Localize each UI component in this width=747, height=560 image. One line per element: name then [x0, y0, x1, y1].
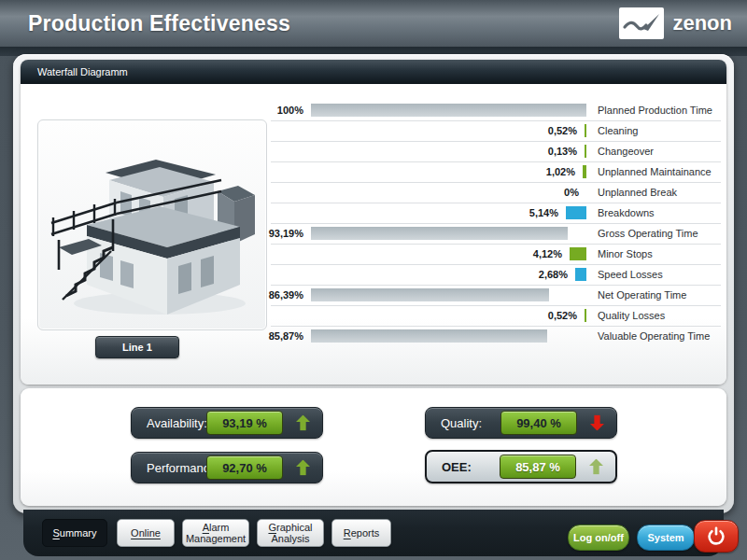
kpi-availability-trend-up-icon [296, 415, 310, 431]
tab-summary[interactable]: Summary [42, 519, 107, 547]
row-value: 0,52% [548, 310, 577, 321]
kpi-performance-trend-up-icon [296, 460, 310, 476]
zenon-logo-icon [619, 7, 664, 39]
tab-online-label: Online [131, 527, 161, 539]
chart-row: 0,13%Changeover [271, 141, 721, 161]
row-label: Net Operating Time [598, 289, 686, 301]
log-on-off-button[interactable]: Log on/off [568, 525, 629, 551]
machine-image-box [37, 119, 267, 330]
loss-bar [575, 268, 586, 281]
loss-bar [585, 309, 586, 322]
row-label: Cleaning [598, 125, 638, 136]
log-on-off-label: Log on/off [573, 532, 624, 543]
kpi-oee-label: OEE: [442, 452, 472, 482]
kpi-quality: Quality:99,40 % [425, 407, 617, 439]
chart-row: 4,12%Minor Stops [271, 244, 721, 264]
row-label: Quality Losses [598, 310, 665, 321]
loss-bar [570, 247, 586, 260]
row-label: Unplanned Break [598, 187, 677, 198]
kpi-panel: Availability:93,19 %Performance:92,70 %Q… [21, 388, 726, 506]
kpi-quality-trend-down-icon [590, 415, 604, 431]
chart-row: 1,02%Unplanned Maintainance [271, 161, 721, 182]
loss-bar [566, 206, 586, 219]
row-value: 2,68% [539, 269, 568, 280]
row-label: Minor Stops [598, 248, 653, 259]
row-value: 5,14% [529, 207, 558, 218]
line-1-button-label: Line 1 [122, 342, 152, 353]
power-button[interactable] [694, 520, 739, 553]
waterfall-rows: 100%Planned Production Time0,52%Cleaning… [271, 101, 721, 346]
content-frame: Waterfall Diagramm [13, 54, 734, 513]
waterfall-panel-title: Waterfall Diagramm [37, 66, 128, 77]
kpi-quality-label: Quality: [441, 408, 482, 438]
tab-graphical-analysis-label: GraphicalAnalysis [268, 522, 312, 544]
row-value: 93,19% [269, 228, 303, 239]
app-header: Production Effectiveness zenon [0, 0, 747, 47]
row-label: Valuable Operating Time [598, 330, 710, 342]
row-value: 86,39% [269, 289, 303, 301]
row-value: 1,02% [546, 166, 575, 177]
loss-bar [585, 124, 586, 137]
page-title: Production Effectiveness [28, 11, 290, 36]
row-label: Gross Operating Time [598, 228, 698, 239]
waterfall-panel: Waterfall Diagramm [21, 60, 726, 385]
kpi-availability-value: 93,19 % [206, 411, 283, 435]
kpi-oee-trend-up-icon [589, 459, 603, 475]
kpi-oee: OEE:85,87 % [425, 450, 617, 483]
time-bar [311, 227, 568, 240]
system-label: System [647, 532, 684, 543]
chart-row: 5,14%Breakdowns [271, 203, 721, 223]
kpi-availability-label: Availability: [147, 408, 207, 438]
tab-alarm-management-label: AlarmManagement [186, 522, 246, 544]
row-value: 85,87% [269, 330, 303, 342]
tab-online[interactable]: Online [117, 519, 175, 547]
line-1-button[interactable]: Line 1 [95, 336, 179, 358]
power-icon [705, 525, 727, 549]
footer-tab-band: Log on/off System SummaryOnlineAlarmMana… [23, 510, 724, 556]
chart-row: 100%Planned Production Time [271, 101, 721, 120]
brand-name: zenon [672, 11, 732, 35]
kpi-oee-value: 85,87 % [500, 455, 576, 479]
chart-row: 85,87%Valuable Operating Time [271, 326, 721, 346]
tab-summary-label: Summary [52, 527, 96, 539]
chart-row: 93,19%Gross Operating Time [271, 223, 721, 244]
chart-row: 0,52%Quality Losses [271, 305, 721, 326]
row-label: Planned Production Time [598, 105, 712, 116]
kpi-availability: Availability:93,19 % [131, 407, 323, 439]
time-bar [311, 329, 547, 343]
row-value: 0,52% [548, 125, 577, 136]
kpi-quality-value: 99,40 % [500, 411, 577, 435]
loss-bar [585, 145, 586, 158]
waterfall-panel-body: Line 1 100%Planned Production Time0,52%C… [21, 84, 726, 385]
row-value: 0% [564, 187, 579, 198]
time-bar [311, 288, 549, 301]
row-label: Unplanned Maintainance [598, 166, 712, 177]
row-label: Changeover [598, 146, 654, 157]
machine-illustration-icon [38, 120, 264, 328]
system-button[interactable]: System [637, 525, 695, 551]
loss-bar [583, 165, 586, 178]
tab-graphical-analysis[interactable]: GraphicalAnalysis [257, 519, 324, 547]
brand: zenon [619, 7, 732, 39]
chart-row: 0%Unplanned Break [271, 182, 721, 203]
chart-row: 86,39%Net Operating Time [271, 285, 721, 305]
row-label: Breakdowns [598, 207, 655, 218]
chart-row: 0,52%Cleaning [271, 120, 721, 141]
row-value: 0,13% [548, 146, 577, 157]
tab-reports[interactable]: Reports [331, 519, 391, 547]
row-value: 4,12% [533, 248, 562, 259]
tab-reports-label: Reports [344, 527, 380, 539]
row-value: 100% [277, 105, 303, 116]
row-label: Speed Losses [598, 269, 663, 280]
chart-row: 2,68%Speed Losses [271, 264, 721, 285]
kpi-performance-value: 92,70 % [206, 455, 283, 480]
kpi-performance: Performance:92,70 % [131, 452, 323, 483]
time-bar [311, 104, 586, 117]
waterfall-panel-titlebar: Waterfall Diagramm [21, 60, 726, 84]
tab-alarm-management[interactable]: AlarmManagement [182, 519, 249, 547]
